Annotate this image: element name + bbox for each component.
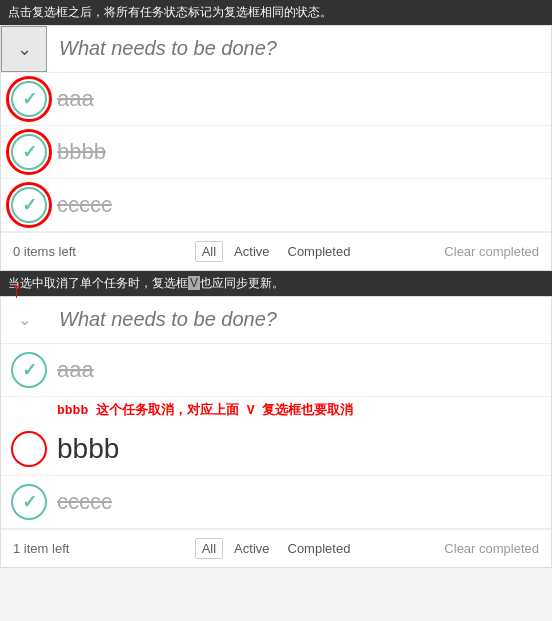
todo-app-section-1: ⌄ aaa bbbb ccccc 0 items left All Active… <box>0 25 552 271</box>
todo-checkbox-1-bbbb[interactable] <box>11 134 47 170</box>
todo-checkbox-2-ccccc[interactable] <box>11 484 47 520</box>
todo-item-text-1-aaa: aaa <box>57 86 541 112</box>
todo-item-2-bbbb: bbbb <box>1 423 551 476</box>
instruction-text-2-part1: 当选中取消了单个任务时，复选框 <box>8 276 188 290</box>
todo-input-row-1: ⌄ <box>1 26 551 73</box>
filter-completed-button-2[interactable]: Completed <box>281 538 358 559</box>
todo-item-2-aaa: aaa <box>1 344 551 397</box>
todo-checkbox-1-aaa[interactable] <box>11 81 47 117</box>
clear-completed-button-1[interactable]: Clear completed <box>444 244 539 259</box>
todo-item-text-2-aaa: aaa <box>57 357 541 383</box>
todo-item-1-aaa: aaa <box>1 73 551 126</box>
todo-checkbox-1-ccccc[interactable] <box>11 187 47 223</box>
up-arrow-annotation: ↑ <box>11 279 22 301</box>
items-left-count-2: 1 item left <box>13 541 195 556</box>
annotation-text: bbbb 这个任务取消，对应上面 V 复选框也要取消 <box>57 403 353 418</box>
instruction-bar-1: 点击复选框之后，将所有任务状态标记为复选框相同的状态。 <box>0 0 552 25</box>
todo-footer-1: 0 items left All Active Completed Clear … <box>1 232 551 270</box>
todo-item-2-ccccc: ccccc <box>1 476 551 529</box>
filter-all-button-2[interactable]: All <box>195 538 223 559</box>
annotation-row: bbbb 这个任务取消，对应上面 V 复选框也要取消 <box>1 397 551 423</box>
todo-input-field-2[interactable] <box>47 298 551 341</box>
chevron-small-icon: ⌄ <box>18 310 31 329</box>
todo-checkbox-2-aaa[interactable] <box>11 352 47 388</box>
todo-input-row-2: ⌄ ↑ <box>1 297 551 344</box>
todo-item-text-1-ccccc: ccccc <box>57 192 541 218</box>
todo-app-section-2: ⌄ ↑ aaa bbbb 这个任务取消，对应上面 V 复选框也要取消 bbbb … <box>0 296 552 568</box>
footer-right-1: Clear completed <box>357 244 539 259</box>
instruction-highlight: V <box>188 276 200 290</box>
filter-buttons-1: All Active Completed <box>195 241 358 262</box>
todo-item-1-bbbb: bbbb <box>1 126 551 179</box>
todo-item-1-ccccc: ccccc <box>1 179 551 232</box>
chevron-down-icon: ⌄ <box>17 38 32 60</box>
toggle-all-button-2[interactable]: ⌄ ↑ <box>1 297 47 343</box>
toggle-all-button-1[interactable]: ⌄ <box>1 26 47 72</box>
filter-all-button-1[interactable]: All <box>195 241 223 262</box>
todo-item-text-2-ccccc: ccccc <box>57 489 541 515</box>
todo-item-text-1-bbbb: bbbb <box>57 139 541 165</box>
filter-completed-button-1[interactable]: Completed <box>281 241 358 262</box>
clear-completed-button-2[interactable]: Clear completed <box>444 541 539 556</box>
items-left-count-1: 0 items left <box>13 244 195 259</box>
filter-active-button-1[interactable]: Active <box>227 241 276 262</box>
footer-right-2: Clear completed <box>357 541 539 556</box>
instruction-bar-2: 当选中取消了单个任务时，复选框V也应同步更新。 <box>0 271 552 296</box>
instruction-text-1: 点击复选框之后，将所有任务状态标记为复选框相同的状态。 <box>8 5 332 19</box>
todo-item-text-2-bbbb: bbbb <box>57 433 541 465</box>
filter-buttons-2: All Active Completed <box>195 538 358 559</box>
filter-active-button-2[interactable]: Active <box>227 538 276 559</box>
instruction-text-2-part2: 也应同步更新。 <box>200 276 284 290</box>
todo-input-field-1[interactable] <box>47 27 551 70</box>
todo-checkbox-2-bbbb[interactable] <box>11 431 47 467</box>
todo-footer-2: 1 item left All Active Completed Clear c… <box>1 529 551 567</box>
